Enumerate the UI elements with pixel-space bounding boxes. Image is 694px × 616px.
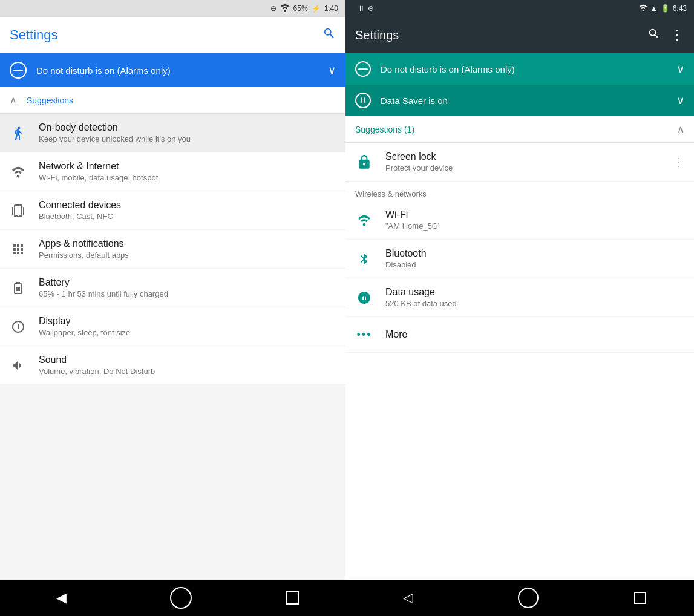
connected-content: Connected devices Bluetooth, Cast, NFC xyxy=(39,200,336,221)
left-home-button[interactable] xyxy=(170,587,192,609)
battery-percent: 65% xyxy=(293,4,308,13)
menu-item-connected[interactable]: Connected devices Bluetooth, Cast, NFC xyxy=(0,191,345,230)
suggestions-expand-icon: ∧ xyxy=(10,94,17,106)
screenlock-content: Screen lock Protect your device xyxy=(385,151,661,172)
right-recents-button[interactable] xyxy=(634,592,646,604)
wifi-content: Wi-Fi "AM Home_5G" xyxy=(385,209,684,231)
more-content: More xyxy=(385,329,684,340)
bluetooth-icon xyxy=(355,250,373,268)
menu-item-network[interactable]: Network & Internet Wi-Fi, mobile, data u… xyxy=(0,152,345,191)
battery-icon xyxy=(10,280,27,297)
apps-title: Apps & notifications xyxy=(39,238,336,249)
sound-title: Sound xyxy=(39,355,336,365)
right-home-button[interactable] xyxy=(518,588,539,608)
right-suggestions-header[interactable]: Suggestions (1) ∧ xyxy=(345,116,694,143)
svg-point-3 xyxy=(642,10,644,11)
right-dnd-text: Do not disturb is on (Alarms only) xyxy=(381,64,667,74)
right-suggestions-label: Suggestions (1) xyxy=(355,125,670,134)
right-nav: ◁ xyxy=(345,580,694,616)
left-status-bar: ⊖ 65% ⚡ 1:40 xyxy=(0,0,345,17)
suggestions-label: Suggestions xyxy=(27,96,73,105)
datausage-icon xyxy=(355,289,373,307)
left-suggestions-header[interactable]: ∧ Suggestions xyxy=(0,87,345,113)
onbody-title: On-body detection xyxy=(39,122,336,133)
left-screen: ⊖ 65% ⚡ 1:40 Settings Do not disturb is … xyxy=(0,0,345,580)
right-header: Settings ⋮ xyxy=(345,17,694,53)
display-content: Display Wallpaper, sleep, font size xyxy=(39,316,336,337)
right-dnd-status-icon: ⊖ xyxy=(368,4,374,13)
wifi-icon xyxy=(280,4,290,14)
more-title: More xyxy=(385,329,684,340)
menu-item-wifi[interactable]: Wi-Fi "AM Home_5G" xyxy=(345,201,694,240)
menu-item-sound[interactable]: Sound Volume, vibration, Do Not Disturb xyxy=(0,346,345,385)
apps-subtitle: Permissions, default apps xyxy=(39,251,336,260)
network-title: Network & Internet xyxy=(39,161,336,172)
right-more-button[interactable]: ⋮ xyxy=(670,27,684,43)
time: 1:40 xyxy=(324,4,338,13)
right-dnd-chevron: ∨ xyxy=(676,62,684,76)
datausage-content: Data usage 520 KB of data used xyxy=(385,287,684,308)
right-back-button[interactable]: ◁ xyxy=(393,583,422,612)
wifi-title: Wi-Fi xyxy=(385,209,684,220)
right-wifi-icon xyxy=(639,4,647,13)
apps-icon xyxy=(10,241,27,258)
charging-icon: ⚡ xyxy=(312,4,321,13)
right-ds-chevron: ∨ xyxy=(676,94,684,107)
right-suggestions-chevron: ∧ xyxy=(677,123,684,135)
datausage-subtitle: 520 KB of data used xyxy=(385,299,684,308)
display-icon xyxy=(10,318,27,335)
display-title: Display xyxy=(39,316,336,327)
left-search-button[interactable] xyxy=(322,27,336,43)
bluetooth-title: Bluetooth xyxy=(385,248,684,259)
screenlock-more-icon[interactable]: ⋮ xyxy=(673,156,684,169)
right-dnd-banner[interactable]: Do not disturb is on (Alarms only) ∨ xyxy=(345,53,694,85)
right-search-button[interactable] xyxy=(647,27,661,44)
apps-content: Apps & notifications Permissions, defaul… xyxy=(39,238,336,260)
sound-content: Sound Volume, vibration, Do Not Disturb xyxy=(39,355,336,376)
menu-item-display[interactable]: Display Wallpaper, sleep, font size xyxy=(0,307,345,346)
menu-item-onbody[interactable]: On-body detection Keep your device unloc… xyxy=(0,114,345,152)
datausage-title: Data usage xyxy=(385,287,684,298)
right-title: Settings xyxy=(355,28,638,42)
left-nav: ◀ xyxy=(0,580,345,616)
svg-point-4 xyxy=(363,223,366,226)
menu-item-more[interactable]: ••• More xyxy=(345,317,694,353)
right-battery-icon: 🔋 xyxy=(661,4,670,13)
pause-status-icon: ⏸ xyxy=(358,4,365,13)
left-dnd-icon xyxy=(10,62,27,79)
menu-item-screenlock[interactable]: Screen lock Protect your device ⋮ xyxy=(345,143,694,182)
screenlock-title: Screen lock xyxy=(385,151,661,162)
left-dnd-text: Do not disturb is on (Alarms only) xyxy=(36,65,318,76)
left-header: Settings xyxy=(0,17,345,53)
right-screen: ⏸ ⊖ ▲ 🔋 6:43 Settings ⋮ D xyxy=(345,0,694,580)
left-dnd-banner[interactable]: Do not disturb is on (Alarms only) ∨ xyxy=(0,53,345,87)
right-time: 6:43 xyxy=(673,4,687,13)
right-status-bar: ⏸ ⊖ ▲ 🔋 6:43 xyxy=(345,0,694,17)
right-ds-icon: ⏸ xyxy=(355,93,371,108)
wireless-section-header: Wireless & networks xyxy=(345,182,694,201)
right-datasaver-banner[interactable]: ⏸ Data Saver is on ∨ xyxy=(345,85,694,116)
connected-title: Connected devices xyxy=(39,200,336,211)
left-recents-button[interactable] xyxy=(286,591,299,605)
right-ds-text: Data Saver is on xyxy=(381,96,667,106)
onbody-content: On-body detection Keep your device unloc… xyxy=(39,122,336,143)
bluetooth-subtitle: Disabled xyxy=(385,260,684,269)
left-dnd-chevron: ∨ xyxy=(328,64,336,77)
sound-subtitle: Volume, vibration, Do Not Disturb xyxy=(39,367,336,376)
network-subtitle: Wi-Fi, mobile, data usage, hotspot xyxy=(39,173,336,182)
svg-rect-2 xyxy=(16,287,20,291)
left-back-button[interactable]: ◀ xyxy=(47,583,76,612)
menu-item-bluetooth[interactable]: Bluetooth Disabled xyxy=(345,240,694,278)
onbody-icon xyxy=(10,125,27,142)
battery-title: Battery xyxy=(39,277,336,288)
network-content: Network & Internet Wi-Fi, mobile, data u… xyxy=(39,161,336,182)
right-signal-icon: ▲ xyxy=(650,4,658,13)
connected-subtitle: Bluetooth, Cast, NFC xyxy=(39,212,336,221)
dnd-status-icon: ⊖ xyxy=(270,4,277,13)
wifi-subtitle: "AM Home_5G" xyxy=(385,221,684,231)
menu-item-battery[interactable]: Battery 65% - 1 hr 53 mins until fully c… xyxy=(0,269,345,307)
menu-item-datausage[interactable]: Data usage 520 KB of data used xyxy=(345,278,694,317)
onbody-subtitle: Keep your device unlocked while it's on … xyxy=(39,134,336,143)
menu-item-apps[interactable]: Apps & notifications Permissions, defaul… xyxy=(0,230,345,269)
battery-subtitle: 65% - 1 hr 53 mins until fully charged xyxy=(39,289,336,298)
